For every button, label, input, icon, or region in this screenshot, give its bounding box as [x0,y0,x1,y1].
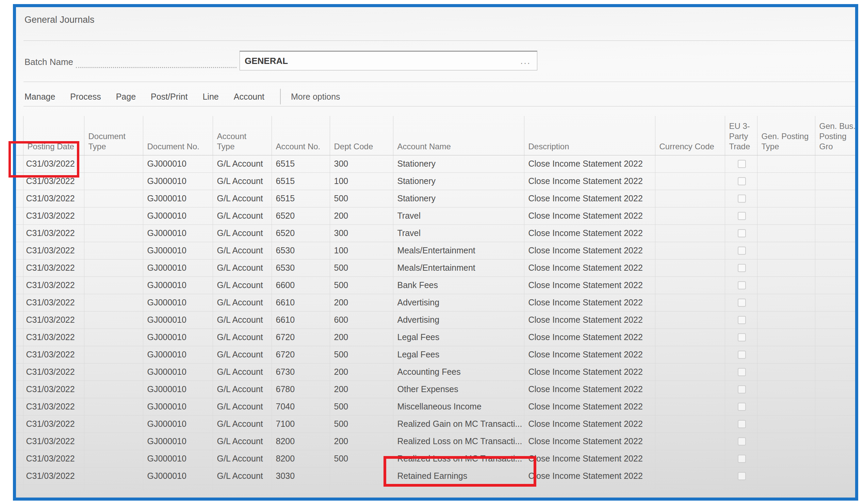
cell-description[interactable]: Close Income Statement 2022 [524,415,655,433]
cell-account-name[interactable]: Realized Loss on MC Transacti... [393,433,524,450]
eu-3party-trade-checkbox[interactable] [738,177,746,185]
cell-gen-posting-type[interactable] [757,173,815,190]
cell-document-no[interactable]: GJ000010 [143,242,213,259]
cell-account-type[interactable]: G/L Account [213,433,272,450]
cell-eu-3party-trade[interactable] [725,242,757,259]
cell-account-type[interactable]: G/L Account [213,242,272,259]
cell-currency-code[interactable] [655,398,725,415]
cell-dept-code[interactable]: 200 [330,433,393,450]
cell-gen-bus-posting-group[interactable] [815,155,855,173]
cell-dept-code[interactable]: 200 [330,329,393,346]
cell-posting-date[interactable]: C31/03/2022 [23,398,84,415]
cell-description[interactable]: Close Income Statement 2022 [524,190,655,207]
cell-description[interactable]: Close Income Statement 2022 [524,242,655,259]
eu-3party-trade-checkbox[interactable] [738,316,746,324]
cell-account-no[interactable]: 8200 [272,433,330,450]
cell-account-name[interactable]: Other Expenses [393,380,524,398]
cell-account-no[interactable]: 6720 [272,329,330,346]
cell-account-name[interactable]: Accounting Fees [393,363,524,380]
cell-dept-code[interactable]: 500 [330,277,393,294]
column-header-gen-posting-type[interactable]: Gen. Posting Type [757,116,815,155]
cell-account-no[interactable]: 6780 [272,380,330,398]
column-header-description[interactable]: Description [524,116,655,155]
cell-gen-bus-posting-group[interactable] [815,380,855,398]
cell-posting-date[interactable]: C31/03/2022 [23,329,84,346]
cell-currency-code[interactable] [655,380,725,398]
cell-description[interactable]: Close Income Statement 2022 [524,363,655,380]
cell-document-type[interactable] [84,294,143,311]
cell-gen-posting-type[interactable] [757,467,815,484]
cell-account-type[interactable]: G/L Account [213,415,272,433]
column-header-currency-code[interactable]: Currency Code [655,116,725,155]
cell-document-no[interactable]: GJ000010 [143,363,213,380]
cell-currency-code[interactable] [655,363,725,380]
cell-document-type[interactable] [84,415,143,433]
cell-currency-code[interactable] [655,294,725,311]
eu-3party-trade-checkbox[interactable] [738,195,746,203]
cell-gen-posting-type[interactable] [757,433,815,450]
cell-account-no[interactable]: 6520 [272,224,330,242]
cell-account-name[interactable]: Stationery [393,190,524,207]
eu-3party-trade-checkbox[interactable] [738,437,746,446]
cell-dept-code[interactable]: 500 [330,259,393,277]
cell-account-type[interactable]: G/L Account [213,294,272,311]
cell-dept-code[interactable]: 600 [330,311,393,329]
column-header-account-no[interactable]: Account No. [272,116,330,155]
cell-eu-3party-trade[interactable] [725,277,757,294]
cell-eu-3party-trade[interactable] [725,224,757,242]
menu-item-post-print[interactable]: Post/Print [151,92,187,102]
cell-empty[interactable] [725,484,757,491]
cell-gen-bus-posting-group[interactable] [815,259,855,277]
cell-account-no[interactable]: 3030 [272,467,330,484]
cell-posting-date[interactable]: C31/03/2022 [23,433,84,450]
cell-eu-3party-trade[interactable] [725,190,757,207]
cell-account-no[interactable]: 6600 [272,277,330,294]
cell-posting-date[interactable]: C31/03/2022 [23,311,84,329]
cell-gen-bus-posting-group[interactable] [815,294,855,311]
eu-3party-trade-checkbox[interactable] [738,160,746,168]
cell-document-type[interactable] [84,311,143,329]
cell-eu-3party-trade[interactable] [725,363,757,380]
cell-account-no[interactable]: 8200 [272,450,330,467]
batch-name-input[interactable]: GENERAL ... [240,51,537,70]
cell-empty[interactable] [84,484,143,491]
eu-3party-trade-checkbox[interactable] [738,281,746,290]
cell-document-no[interactable]: GJ000010 [143,467,213,484]
cell-description[interactable]: Close Income Statement 2022 [524,433,655,450]
cell-dept-code[interactable]: 200 [330,294,393,311]
cell-document-type[interactable] [84,224,143,242]
cell-account-name[interactable]: Advertising [393,294,524,311]
cell-account-type[interactable]: G/L Account [213,311,272,329]
cell-description[interactable]: Close Income Statement 2022 [524,467,655,484]
menu-item-page[interactable]: Page [116,92,136,102]
cell-gen-bus-posting-group[interactable] [815,173,855,190]
cell-eu-3party-trade[interactable] [725,329,757,346]
cell-gen-posting-type[interactable] [757,450,815,467]
cell-empty[interactable] [815,484,855,491]
eu-3party-trade-checkbox[interactable] [738,455,746,463]
cell-account-name[interactable]: Travel [393,207,524,224]
cell-gen-bus-posting-group[interactable] [815,329,855,346]
cell-account-name[interactable]: Bank Fees [393,277,524,294]
cell-posting-date[interactable]: C31/03/2022 [23,450,84,467]
cell-document-type[interactable] [84,259,143,277]
cell-gen-posting-type[interactable] [757,277,815,294]
cell-gen-bus-posting-group[interactable] [815,450,855,467]
more-options-button[interactable]: More options [291,92,340,102]
cell-document-type[interactable] [84,277,143,294]
cell-empty[interactable] [757,484,815,491]
cell-document-type[interactable] [84,155,143,173]
cell-account-no[interactable]: 6730 [272,363,330,380]
cell-account-name[interactable]: Legal Fees [393,329,524,346]
cell-document-no[interactable]: GJ000010 [143,173,213,190]
cell-eu-3party-trade[interactable] [725,173,757,190]
cell-posting-date[interactable]: C31/03/2022 [23,242,84,259]
cell-gen-bus-posting-group[interactable] [815,277,855,294]
cell-account-no[interactable]: 7100 [272,415,330,433]
eu-3party-trade-checkbox[interactable] [738,420,746,428]
cell-dept-code[interactable]: 200 [330,207,393,224]
cell-account-no[interactable]: 6515 [272,155,330,173]
menu-item-line[interactable]: Line [203,92,218,102]
cell-document-type[interactable] [84,207,143,224]
column-header-dept-code[interactable]: Dept Code [330,116,393,155]
